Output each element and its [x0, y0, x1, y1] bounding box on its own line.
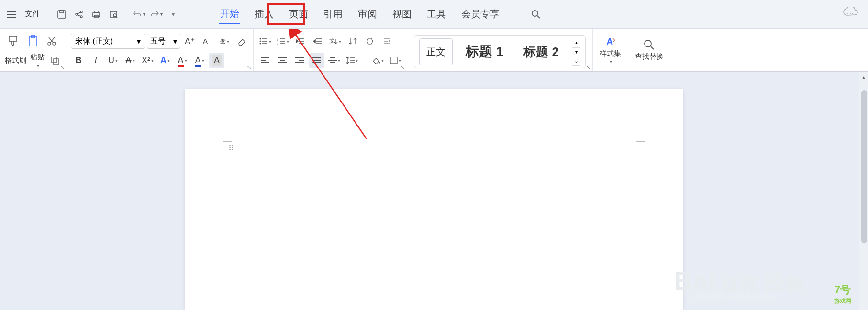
group-launcher-icon[interactable]: ⤡ — [247, 64, 251, 70]
gallery-up-icon[interactable]: ▴ — [572, 38, 580, 46]
vertical-scrollbar[interactable]: ▴ — [859, 72, 868, 310]
eraser-icon — [237, 36, 246, 46]
shading-button[interactable]: ▾ — [370, 53, 386, 68]
align-center-button[interactable] — [275, 53, 290, 68]
tab-insert[interactable]: 插入 — [254, 5, 275, 23]
copy-icon — [50, 56, 60, 65]
page[interactable]: ⠿ — [185, 89, 683, 310]
more-quick-icon[interactable]: ▾ — [166, 7, 181, 22]
paste-button[interactable] — [24, 34, 42, 48]
indent-icon — [313, 38, 322, 45]
cut-button[interactable] — [44, 34, 59, 49]
style-heading2[interactable]: 标题 2 — [516, 38, 566, 65]
save-icon[interactable] — [54, 7, 69, 22]
scroll-up-icon[interactable]: ▴ — [860, 74, 867, 80]
svg-rect-14 — [9, 36, 17, 41]
show-marks-button[interactable] — [362, 34, 378, 49]
svg-text:文: 文 — [329, 37, 335, 44]
svg-point-10 — [532, 11, 538, 16]
paragraph-marks-button[interactable] — [379, 34, 395, 49]
tab-review[interactable]: 审阅 — [357, 5, 378, 23]
print-icon[interactable] — [89, 7, 104, 22]
find-replace-button[interactable]: 查找替换 — [632, 32, 667, 68]
divider — [49, 8, 49, 21]
align-left-button[interactable] — [257, 53, 273, 68]
undo-icon[interactable]: ▾ — [131, 7, 146, 22]
tab-reference[interactable]: 引用 — [323, 5, 344, 23]
svg-rect-5 — [93, 13, 100, 17]
document-area: ⠿ — [0, 72, 868, 310]
redo-icon[interactable]: ▾ — [148, 7, 164, 22]
hamburger-icon[interactable] — [4, 7, 19, 22]
format-painter-icon — [7, 35, 19, 47]
group-styleset: A 样式集▾ — [593, 29, 628, 71]
line-spacing-button[interactable]: ▾ — [344, 53, 360, 68]
phonetic-guide-button[interactable]: 变▾ — [217, 34, 232, 49]
tab-home[interactable]: 开始 — [219, 4, 240, 24]
underline-button[interactable]: U▾ — [105, 53, 121, 68]
font-name-select[interactable]: 宋体 (正文) ▾ — [71, 34, 145, 49]
sort-icon — [348, 37, 357, 46]
svg-point-12 — [850, 13, 851, 14]
svg-point-4 — [80, 16, 82, 18]
bold-button[interactable]: B — [71, 53, 86, 68]
svg-rect-1 — [60, 11, 64, 13]
tab-view[interactable]: 视图 — [391, 5, 412, 23]
cloud-icon[interactable] — [842, 7, 859, 20]
paste-label: 粘贴 — [30, 53, 45, 62]
group-font: 宋体 (正文) ▾ 五号 ▾ A⁺ A⁻ 变▾ B I U▾ A▾ X²▾ A▾… — [67, 29, 254, 71]
italic-button[interactable]: I — [88, 53, 103, 68]
shrink-font-button[interactable]: A⁻ — [200, 34, 215, 49]
print-preview-icon[interactable] — [106, 7, 121, 22]
highlight-color-button[interactable]: A▾ — [175, 53, 190, 68]
style-normal[interactable]: 正文 — [419, 38, 453, 65]
scissors-icon — [47, 36, 56, 46]
svg-point-31 — [645, 40, 651, 47]
group-launcher-icon[interactable]: ⤡ — [586, 64, 590, 70]
tab-vip[interactable]: 会员专享 — [460, 5, 501, 23]
format-painter-button[interactable] — [4, 34, 22, 48]
group-find: 查找替换 — [628, 29, 670, 71]
chevron-down-icon: ▾ — [173, 37, 177, 46]
tab-tools[interactable]: 工具 — [426, 5, 447, 23]
align-right-button[interactable] — [292, 53, 307, 68]
scroll-thumb[interactable] — [861, 90, 867, 243]
gallery-down-icon[interactable]: ▾ — [572, 47, 580, 56]
clear-format-button[interactable] — [234, 34, 249, 49]
align-justify-button[interactable] — [309, 53, 324, 68]
font-color-button[interactable]: A▾ — [192, 53, 207, 68]
svg-text:3: 3 — [277, 42, 278, 45]
numbering-button[interactable]: 123▾ — [275, 34, 291, 49]
text-effects-button[interactable]: A▾ — [157, 53, 173, 68]
distribute-button[interactable]: ▾ — [326, 53, 342, 68]
file-menu[interactable]: 文件 — [21, 7, 44, 21]
drag-handle-icon[interactable]: ⠿ — [228, 144, 234, 153]
style-heading1[interactable]: 标题 1 — [458, 38, 511, 65]
sort-button[interactable] — [345, 34, 360, 49]
share-icon[interactable] — [71, 7, 87, 22]
svg-rect-29 — [390, 57, 397, 64]
text-direction-icon: 文 — [329, 37, 338, 46]
chevron-down-icon: ▾ — [143, 11, 145, 17]
grow-font-button[interactable]: A⁺ — [182, 34, 198, 49]
svg-point-3 — [80, 11, 82, 13]
align-right-icon — [295, 57, 304, 64]
increase-indent-button[interactable] — [310, 34, 325, 49]
svg-rect-6 — [94, 11, 98, 13]
gallery-more-icon[interactable]: ▿ — [572, 57, 580, 66]
search-icon[interactable] — [528, 7, 544, 22]
style-gallery: 正文 标题 1 标题 2 ▴ ▾ ▿ — [414, 35, 586, 68]
svg-point-2 — [76, 13, 78, 15]
bullets-button[interactable]: ▾ — [257, 34, 273, 49]
group-launcher-icon[interactable]: ⤡ — [401, 64, 405, 70]
font-size-select[interactable]: 五号 ▾ — [147, 34, 180, 49]
superscript-button[interactable]: X²▾ — [140, 53, 156, 68]
clipboard-icon — [27, 35, 39, 47]
char-shading-button[interactable]: A — [209, 53, 224, 68]
group-launcher-icon[interactable]: ⤡ — [60, 64, 65, 70]
text-direction-button[interactable]: 文▾ — [327, 34, 343, 49]
strikethrough-button[interactable]: A▾ — [122, 53, 138, 68]
tab-page[interactable]: 页面 — [288, 5, 309, 23]
decrease-indent-button[interactable] — [293, 34, 308, 49]
style-set-button[interactable]: A 样式集▾ — [597, 32, 624, 68]
